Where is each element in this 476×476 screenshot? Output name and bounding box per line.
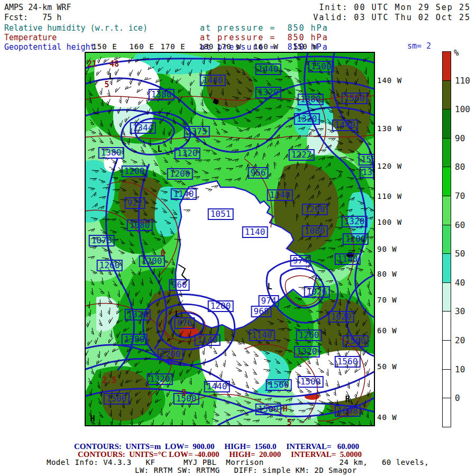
- smoothing-label: sm= 2: [407, 41, 431, 51]
- lon-label-right: 120 W: [377, 162, 402, 170]
- height-contour-label: 1500: [298, 376, 324, 388]
- pressure-center-marker: H: [345, 395, 350, 404]
- height-contour-label: 1140: [171, 188, 197, 200]
- height-contour-label: 1500: [343, 335, 369, 347]
- temp-contour-label: -5: [177, 388, 186, 398]
- height-contour-label: 1140: [267, 189, 293, 201]
- height-contour-label: 1556: [359, 154, 375, 166]
- height-contour-label: 1375: [184, 126, 210, 138]
- height-contour-label: 1380: [122, 334, 148, 345]
- height-contour-label: 1200: [122, 166, 148, 177]
- lon-label-right: 90 W: [377, 245, 397, 253]
- temp-contour-label: 48: [109, 59, 119, 69]
- pressure-center-marker: L: [108, 72, 113, 81]
- temp-contour-label: 2.5: [102, 376, 116, 385]
- height-contour-label: 1260: [97, 260, 123, 271]
- temp-contour-label: 0: [160, 249, 165, 258]
- height-contour-label: 974: [290, 255, 311, 267]
- colorbar-cell: [442, 109, 451, 139]
- height-contour-label: 1227: [289, 149, 315, 161]
- lon-label-right: 110 W: [377, 192, 402, 200]
- colorbar-cell: [442, 311, 451, 341]
- lon-label-top: 170 W: [216, 42, 241, 51]
- physics-info: LW: RRTM SW: RRTMG DIFF: simple KM: 2D S…: [135, 466, 357, 474]
- colorbar-tick: 30: [455, 306, 465, 316]
- temp-contour-label: 21: [87, 59, 97, 69]
- height-contour-label: 1320: [125, 309, 151, 321]
- temp-contour-label: 5: [287, 418, 291, 426]
- height-contour-label: 1440: [255, 63, 281, 75]
- height-contour-label: 876: [175, 317, 195, 329]
- height-contour-label: 1440: [204, 381, 230, 392]
- colorbar-tick: 80: [455, 162, 465, 172]
- height-contour-label: 1500: [255, 404, 281, 415]
- colorbar-cell: [442, 369, 451, 399]
- height-contour-label: 1078: [89, 235, 115, 246]
- height-contour-label: 1380: [98, 147, 124, 159]
- height-contour-label: 1380: [149, 89, 175, 100]
- height-contour-label: 1320: [342, 216, 368, 227]
- height-contour-label: 1500: [308, 61, 334, 72]
- height-contour-label: 1200: [343, 233, 369, 245]
- height-contour-label: 1140: [195, 334, 221, 346]
- lon-label-right: 80 W: [377, 270, 397, 278]
- pressure-center-marker: L: [267, 282, 272, 291]
- pressure-center-marker: H: [90, 414, 95, 424]
- height-contour-label: 1320: [175, 148, 200, 159]
- colorbar-cell: [442, 340, 451, 370]
- colorbar-cell: [442, 282, 451, 312]
- height-contour-label: 1020: [328, 311, 354, 323]
- height-contour-label: 1140: [242, 226, 268, 238]
- model-info: Model Info: V4.3.3 KF MYJ PBL Morrison 2…: [47, 458, 429, 466]
- colorbar-tick: 0: [455, 393, 460, 403]
- model-title: AMPS 24-km WRF: [4, 3, 71, 12]
- height-contour-label: 1080: [302, 225, 328, 237]
- height-contour-label: 1140: [249, 329, 275, 341]
- height-contour-label: 1320: [147, 373, 173, 385]
- height-contour-label: 1140: [335, 253, 361, 265]
- colorbar-cell: [442, 51, 451, 81]
- lon-label-top: 180: [199, 42, 214, 51]
- height-contour-label: 960: [169, 279, 190, 291]
- height-contour-label: 1560: [335, 356, 361, 368]
- colorbar-unit: %: [454, 48, 459, 58]
- colorbar-tick: 40: [455, 278, 465, 288]
- height-contour-label: 1380: [298, 94, 324, 105]
- lon-label-right: 130 W: [377, 124, 402, 133]
- height-contour-label: 1026: [304, 286, 330, 298]
- lon-label-top: 150 W: [292, 42, 317, 51]
- lon-label-right: 100 W: [377, 218, 402, 226]
- colorbar-tick: 10: [455, 364, 465, 374]
- colorbar-cell: [442, 138, 451, 168]
- field-rh-level: at pressure = 850 hPa: [200, 23, 328, 33]
- lon-label-top: 160 W: [253, 42, 278, 51]
- height-contour-label: 1560: [266, 379, 292, 391]
- height-contour-label: 974: [259, 295, 279, 307]
- height-contour-label: 968: [251, 306, 272, 317]
- field-hgt-label: Geopotential height: [4, 42, 95, 52]
- field-temp-level: at pressure = 850 hPa: [200, 33, 328, 42]
- colorbar-cell: [442, 196, 451, 225]
- height-contour-label: 1344: [130, 122, 156, 134]
- lon-label-right: 140 W: [377, 76, 402, 85]
- height-contour-label: 1260: [296, 329, 322, 341]
- colorbar-tick: 60: [455, 220, 465, 230]
- height-contour-label: 1200: [167, 168, 193, 180]
- height-contour-label: 1560: [342, 93, 368, 104]
- lon-label-right: 50 W: [377, 362, 397, 371]
- height-contour-label: 922: [125, 197, 145, 209]
- height-contour-label: 1500: [104, 393, 130, 405]
- lon-label-top: 160 E: [129, 42, 154, 51]
- colorbar-cell: [442, 167, 451, 196]
- pressure-center-marker: L: [175, 309, 179, 319]
- pressure-center-marker: L: [157, 144, 162, 154]
- forecast-hour: Fcst: 75 h: [4, 13, 61, 22]
- colorbar-tick: 70: [455, 191, 465, 201]
- height-contour-label: 1608: [335, 405, 361, 417]
- colorbar-tick: 20: [455, 335, 465, 345]
- colorbar-cell: [442, 253, 451, 283]
- height-contour-label: 1440: [200, 75, 226, 86]
- colorbar-cell: [442, 225, 451, 254]
- field-rh-label: Relative humidity (w.r.t. ice): [4, 23, 148, 33]
- height-contour-label: 1200: [208, 300, 234, 312]
